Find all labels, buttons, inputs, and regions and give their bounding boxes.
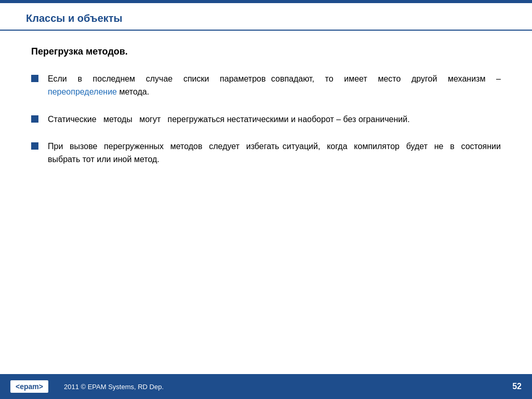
bullet-icon <box>31 115 38 123</box>
slide-container: Классы и объекты Перегрузка методов. Есл… <box>0 0 532 399</box>
highlight-text: переопределение <box>48 87 117 96</box>
list-item: Если в последнем случае списки параметро… <box>31 73 501 99</box>
list-item: Статические методы могут перегружаться н… <box>31 113 501 126</box>
slide-title: Классы и объекты <box>26 12 123 24</box>
section-title: Перегрузка методов. <box>31 46 501 57</box>
bullet-text-1: Если в последнем случае списки параметро… <box>48 73 501 99</box>
bullet-text-3: При вызове перегруженных методов следует… <box>48 140 501 166</box>
footer-page-number: 52 <box>512 382 522 391</box>
list-item: При вызове перегруженных методов следует… <box>31 140 501 166</box>
bullet-icon <box>31 142 38 150</box>
slide-header: Классы и объекты <box>0 3 532 31</box>
slide-content: Перегрузка методов. Если в последнем слу… <box>0 31 532 374</box>
footer-logo: <epam> <box>10 380 48 393</box>
bullet-text-2: Статические методы могут перегружаться н… <box>48 113 501 126</box>
slide-footer: <epam> 2011 © EPAM Systems, RD Dep. 52 <box>0 374 532 399</box>
bullet-icon <box>31 75 38 82</box>
footer-copyright: 2011 © EPAM Systems, RD Dep. <box>64 383 164 391</box>
bullet-list: Если в последнем случае списки параметро… <box>31 73 501 166</box>
